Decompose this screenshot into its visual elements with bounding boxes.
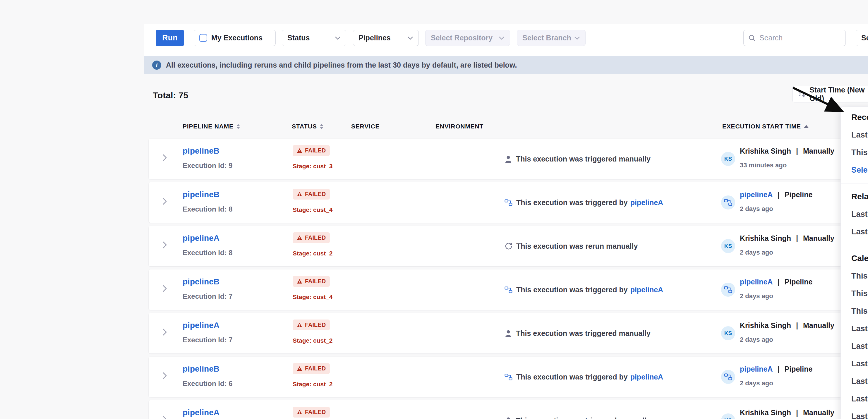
expand-chevron-icon[interactable] (161, 241, 168, 249)
status-badge: FAILED (293, 189, 330, 199)
actor-pipeline-link[interactable]: pipelineA (740, 191, 773, 199)
section-calendar-months: Calendar months (841, 250, 868, 267)
date-range-option[interactable]: Last 30 days Aug 7 - Sep 6 (841, 223, 868, 240)
execution-row[interactable]: pipelineB Execution Id: 8 FAILED Stage: … (149, 182, 868, 223)
date-range-option[interactable]: Last Month Aug 2024 (841, 320, 868, 337)
expand-chevron-icon[interactable] (161, 154, 168, 162)
date-range-option[interactable]: Last 12 Months Aug 2023 - Aug 2024 (841, 408, 868, 419)
execution-row[interactable]: pipelineB Execution Id: 7 FAILED Stage: … (149, 269, 868, 310)
select-repository-dropdown[interactable]: Select Repository (425, 30, 510, 46)
execution-row[interactable]: pipelineB Execution Id: 6 FAILED Stage: … (149, 357, 868, 397)
execution-row[interactable]: pipelineA Execution Id: 7 FAILED Stage: … (149, 313, 868, 353)
user-avatar: KS (721, 326, 735, 340)
divider (841, 183, 868, 184)
column-pipeline-name[interactable]: PIPELINE NAME (183, 123, 240, 130)
date-range-option[interactable]: Last 6 Months Feb 2024 - Aug 2024 (841, 390, 868, 408)
trigger-info: This execution was triggered by pipeline… (504, 357, 663, 397)
run-button[interactable]: Run (156, 30, 184, 46)
pipeline-name-link[interactable]: pipelineB (183, 146, 219, 156)
date-range-option[interactable]: This Month Sep 2024 (841, 267, 868, 285)
user-avatar: KS (721, 152, 735, 166)
search-icon (748, 34, 756, 42)
search-box[interactable] (743, 30, 846, 46)
sort-updown-icon (320, 124, 323, 129)
actor-pipeline-link[interactable]: pipelineA (740, 278, 773, 286)
execution-row[interactable]: pipelineB Execution Id: 9 FAILED Stage: … (149, 139, 868, 179)
actor-name: Krishika Singh (740, 409, 791, 417)
search-input[interactable] (760, 34, 830, 42)
execution-id: Execution Id: 7 (183, 336, 232, 344)
separator: | (796, 234, 798, 242)
avatar-initials: KS (724, 243, 732, 249)
trigger-text: This execution was triggered by (516, 373, 628, 381)
chevron-down-icon (335, 36, 341, 40)
date-range-option[interactable]: Last Year 2023 (841, 355, 868, 373)
date-range-option[interactable]: Last 3 Months May 2024 - Aug 2024 (841, 373, 868, 390)
trigger-text: This execution was triggered manually (516, 155, 651, 163)
option-label: Last Month (851, 324, 868, 333)
status-badge-label: FAILED (305, 234, 326, 241)
total-count-value: 75 (179, 90, 188, 100)
status-filter-label: Status (287, 34, 310, 42)
pipeline-name-link[interactable]: pipelineB (183, 190, 219, 199)
date-range-option[interactable]: Select custom range (841, 161, 868, 179)
date-range-option[interactable]: Last Quarter Apr - Jun 2024 (841, 337, 868, 355)
option-label: Last 7 Days (851, 130, 868, 139)
trigger-text: This execution was triggered manually (516, 416, 651, 419)
date-range-option[interactable]: This Month Sep 2024 (841, 144, 868, 161)
warning-icon (297, 366, 302, 371)
trigger-text: This execution was triggered by (516, 286, 628, 294)
my-executions-checkbox[interactable] (199, 34, 207, 42)
trigger-pipeline-link[interactable]: pipelineA (630, 373, 663, 381)
triggered-by: Krishika Singh | Manually (740, 409, 834, 417)
my-executions-toggle[interactable]: My Executions (194, 30, 276, 46)
option-label: Last Year (851, 359, 868, 368)
trigger-type: Manually (803, 234, 834, 242)
date-range-option[interactable]: This Year 2024 (841, 302, 868, 320)
execution-row[interactable]: pipelineA Execution Id: 8 FAILED Stage: … (149, 226, 868, 266)
user-icon (504, 155, 512, 163)
section-relative-dates: Relative dates (841, 188, 868, 205)
sort-order-dropdown[interactable]: Start Time (New → Old) (792, 86, 868, 102)
pipeline-icon (504, 373, 513, 381)
execution-id: Execution Id: 6 (183, 380, 232, 388)
trigger-info: This execution was triggered manually (504, 400, 651, 419)
expand-chevron-icon[interactable] (161, 285, 168, 292)
select-branch-dropdown[interactable]: Select Branch (517, 30, 586, 46)
column-execution-start-time[interactable]: EXECUTION START TIME (722, 123, 809, 130)
trigger-pipeline-link[interactable]: pipelineA (630, 198, 663, 207)
pipelines-filter-dropdown[interactable]: Pipelines (353, 30, 419, 46)
execution-row[interactable]: pipelineA Execution Id: 6 FAILED Stage: … (149, 400, 868, 419)
date-range-option[interactable]: Last 7 Days Aug 31 - Sep 6 (841, 205, 868, 223)
trigger-type: Pipeline (784, 365, 813, 373)
triggered-by: Krishika Singh | Manually (740, 147, 834, 155)
rerun-icon (504, 242, 513, 250)
trigger-info: This execution was triggered manually (504, 139, 651, 179)
expand-chevron-icon[interactable] (161, 372, 168, 380)
date-range-option[interactable]: Last 7 Days Aug 31 - Sep 6 (841, 126, 868, 144)
pipeline-name-link[interactable]: pipelineA (183, 321, 219, 330)
expand-chevron-icon[interactable] (161, 197, 168, 205)
trigger-type: Manually (803, 321, 834, 329)
separator: | (778, 278, 780, 286)
status-badge: FAILED (293, 145, 330, 156)
pipeline-name-link[interactable]: pipelineA (183, 408, 219, 417)
status-badge-label: FAILED (305, 365, 326, 372)
trigger-pipeline-link[interactable]: pipelineA (630, 286, 663, 294)
pipeline-name-link[interactable]: pipelineB (183, 364, 219, 374)
saved-filter-dropdown[interactable]: Select a saved filter (856, 30, 868, 46)
actor-pipeline-link[interactable]: pipelineA (740, 365, 773, 373)
date-range-option[interactable]: This Quarter Jul - Sep 2024 (841, 285, 868, 302)
pipeline-name-link[interactable]: pipelineA (183, 233, 219, 243)
total-count: Total: 75 (153, 90, 188, 100)
column-status[interactable]: STATUS (292, 123, 323, 130)
trigger-info: This execution was triggered by pipeline… (504, 269, 663, 310)
expand-chevron-icon[interactable] (161, 328, 168, 336)
option-label: This Month (851, 148, 868, 157)
expand-chevron-icon[interactable] (161, 416, 168, 419)
status-badge-label: FAILED (305, 147, 326, 154)
status-filter-dropdown[interactable]: Status (282, 30, 346, 46)
avatar-initials: KS (724, 156, 732, 162)
table-header: PIPELINE NAME STATUS SERVICE ENVIRONMENT… (149, 121, 868, 132)
pipeline-name-link[interactable]: pipelineB (183, 277, 219, 286)
